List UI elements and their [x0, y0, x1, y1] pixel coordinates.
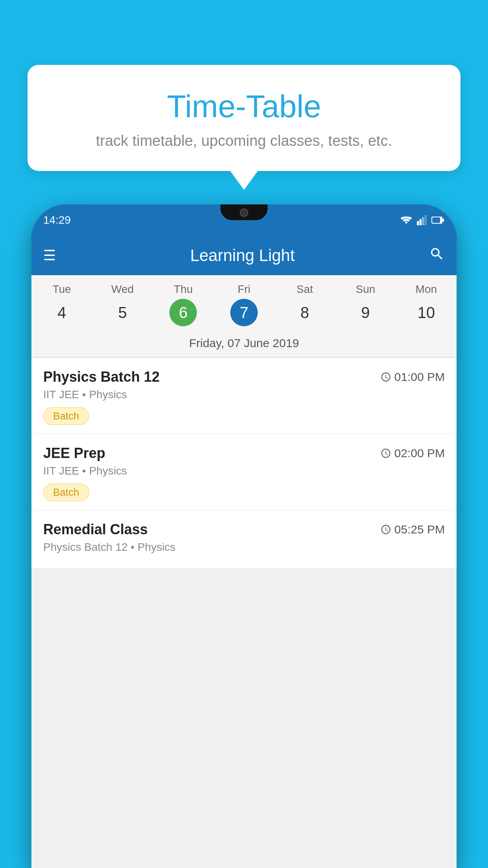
batch-badge-1: Batch: [43, 484, 89, 501]
day-number-7[interactable]: 7: [230, 299, 258, 326]
calendar-section: Tue 4 Wed 5 Thu 6 Fri 7 Sat 8 Sun 9 Mon …: [31, 275, 457, 357]
calendar-day-5[interactable]: Wed 5: [92, 283, 153, 333]
svg-rect-1: [420, 219, 422, 225]
class-item-0[interactable]: Physics Batch 12 01:00 PM IIT JEE • Phys…: [31, 358, 457, 434]
day-name-9: Sun: [335, 283, 396, 296]
camera-icon: [240, 208, 248, 217]
svg-rect-5: [442, 219, 444, 222]
class-name-2: Remedial Class: [43, 521, 148, 538]
menu-icon[interactable]: ☰: [43, 247, 56, 264]
status-icons: [400, 215, 445, 225]
calendar-day-6[interactable]: Thu 6: [153, 283, 214, 333]
app-title: Learning Light: [56, 246, 429, 265]
status-time: 14:29: [43, 214, 71, 226]
app-bar: ☰ Learning Light: [31, 236, 457, 275]
class-item-2[interactable]: Remedial Class 05:25 PM Physics Batch 12…: [31, 510, 457, 569]
wifi-icon: [400, 215, 413, 225]
phone-notch: [220, 204, 268, 220]
phone-frame: 14:29 ☰ Learning Lig: [31, 204, 457, 868]
speech-bubble: Time-Table track timetable, upcoming cla…: [28, 65, 460, 171]
day-number-5[interactable]: 5: [109, 299, 136, 326]
calendar-day-9[interactable]: Sun 9: [335, 283, 396, 333]
day-name-7: Fri: [214, 283, 275, 296]
class-meta-1: IIT JEE • Physics: [43, 465, 445, 477]
class-name-0: Physics Batch 12: [43, 369, 160, 385]
clock-icon-1: [380, 448, 391, 459]
svg-rect-0: [417, 221, 419, 225]
signal-icon: [416, 215, 427, 225]
class-time-1: 02:00 PM: [380, 447, 445, 460]
day-name-10: Mon: [396, 283, 457, 296]
batch-badge-0: Batch: [43, 407, 89, 425]
day-number-9[interactable]: 9: [352, 299, 379, 326]
calendar-day-7[interactable]: Fri 7: [214, 283, 275, 333]
day-number-10[interactable]: 10: [413, 299, 440, 326]
calendar-day-8[interactable]: Sat 8: [274, 283, 335, 333]
day-number-6[interactable]: 6: [169, 299, 197, 326]
day-name-6: Thu: [153, 283, 214, 296]
calendar-day-4[interactable]: Tue 4: [31, 283, 92, 333]
selected-date-label: Friday, 07 June 2019: [31, 333, 457, 357]
clock-icon-2: [380, 524, 391, 535]
class-meta-0: IIT JEE • Physics: [43, 388, 445, 401]
bubble-subtitle: track timetable, upcoming classes, tests…: [47, 132, 441, 149]
clock-icon-0: [380, 371, 391, 383]
svg-rect-2: [422, 217, 424, 225]
class-item-1[interactable]: JEE Prep 02:00 PM IIT JEE • Physics Batc…: [31, 434, 457, 510]
calendar-days-header: Tue 4 Wed 5 Thu 6 Fri 7 Sat 8 Sun 9 Mon …: [31, 275, 457, 333]
class-time-2: 05:25 PM: [380, 523, 445, 536]
class-name-1: JEE Prep: [43, 445, 105, 462]
status-bar: 14:29: [31, 204, 457, 236]
phone-screen: Tue 4 Wed 5 Thu 6 Fri 7 Sat 8 Sun 9 Mon …: [31, 275, 457, 868]
day-number-4[interactable]: 4: [48, 299, 75, 326]
class-header-0: Physics Batch 12 01:00 PM: [43, 369, 445, 385]
day-name-4: Tue: [31, 283, 92, 296]
bubble-title: Time-Table: [47, 88, 441, 125]
search-icon[interactable]: [429, 246, 445, 265]
svg-rect-3: [425, 215, 427, 225]
day-name-8: Sat: [274, 283, 335, 296]
battery-icon: [431, 216, 445, 224]
class-header-1: JEE Prep 02:00 PM: [43, 445, 445, 462]
class-time-0: 01:00 PM: [380, 370, 445, 384]
class-header-2: Remedial Class 05:25 PM: [43, 521, 445, 538]
class-meta-2: Physics Batch 12 • Physics: [43, 541, 445, 554]
day-number-8[interactable]: 8: [291, 299, 319, 326]
class-list: Physics Batch 12 01:00 PM IIT JEE • Phys…: [31, 358, 457, 569]
svg-rect-6: [432, 217, 440, 223]
calendar-day-10[interactable]: Mon 10: [396, 283, 457, 333]
day-name-5: Wed: [92, 283, 153, 296]
